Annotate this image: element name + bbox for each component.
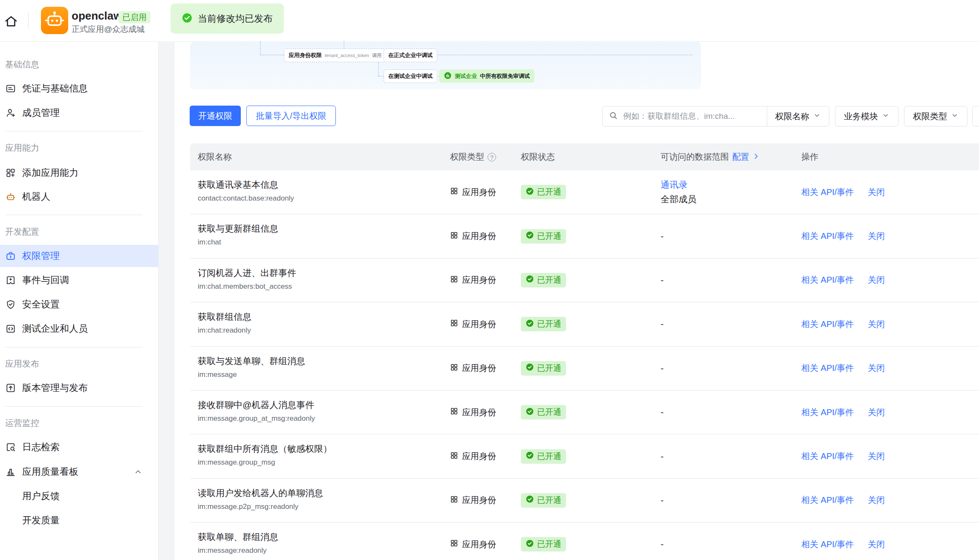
home-button[interactable] bbox=[3, 14, 20, 31]
org-circle-icon bbox=[444, 72, 452, 81]
close-permission-link[interactable]: 关闭 bbox=[868, 539, 885, 550]
status-badge: 已开通 bbox=[521, 317, 566, 331]
chevron-up-icon[interactable] bbox=[133, 466, 144, 477]
check-circle-icon bbox=[526, 187, 534, 198]
permission-code: im:message:readonly bbox=[198, 545, 267, 556]
flow-connector bbox=[344, 41, 344, 49]
permission-status-cell: 已开通 bbox=[521, 434, 566, 478]
related-api-link[interactable]: 相关 API/事件 bbox=[801, 319, 854, 330]
close-permission-link[interactable]: 关闭 bbox=[868, 451, 885, 462]
robot-icon bbox=[5, 191, 16, 202]
related-api-link[interactable]: 相关 API/事件 bbox=[801, 451, 854, 462]
grid-2x2-icon bbox=[450, 363, 458, 373]
permission-table-row: 接收群聊中@机器人消息事件 im:message.group_at_msg:re… bbox=[190, 391, 979, 434]
permission-type-cell: 应用身份 bbox=[450, 479, 496, 522]
sidebar-item-members[interactable]: 成员管理 bbox=[0, 102, 158, 124]
close-permission-link[interactable]: 关闭 bbox=[868, 187, 885, 198]
scope-text: - bbox=[661, 317, 664, 331]
scope-link[interactable]: 通讯录 bbox=[661, 178, 696, 192]
related-api-link[interactable]: 相关 API/事件 bbox=[801, 230, 854, 242]
related-api-link[interactable]: 相关 API/事件 bbox=[801, 274, 854, 286]
permission-type-cell: 应用身份 bbox=[450, 523, 496, 560]
close-permission-link[interactable]: 关闭 bbox=[868, 407, 885, 418]
close-permission-link[interactable]: 关闭 bbox=[868, 230, 885, 242]
permission-table-row: 获取与发送单聊、群组消息 im:message 应用身份 已开通 - 相关 AP… bbox=[190, 347, 979, 391]
filter-business-module[interactable]: 业务模块 bbox=[835, 106, 898, 126]
check-circle-icon bbox=[526, 231, 534, 241]
close-permission-link[interactable]: 关闭 bbox=[868, 362, 885, 374]
filter-label: 业务模块 bbox=[844, 111, 878, 122]
status-label: 已开通 bbox=[537, 407, 561, 418]
scope-cell: - bbox=[661, 347, 664, 390]
status-badge: 已开通 bbox=[521, 537, 566, 551]
permission-table-row: 获取与更新群组信息 im:chat 应用身份 已开通 - 相关 API/事件 关… bbox=[190, 214, 979, 258]
sidebar-item-log-search[interactable]: 日志检索 bbox=[0, 436, 158, 458]
filter-label: 权限名称 bbox=[775, 111, 809, 122]
status-badge: 已开通 bbox=[521, 185, 566, 199]
scope-config-link[interactable]: 配置 bbox=[732, 151, 749, 163]
filter-permission-name[interactable]: 权限名称 bbox=[767, 106, 829, 126]
related-api-link[interactable]: 相关 API/事件 bbox=[801, 362, 854, 374]
close-permission-link[interactable]: 关闭 bbox=[868, 274, 885, 286]
grid-2x2-icon bbox=[450, 451, 458, 462]
status-label: 已开通 bbox=[537, 187, 561, 198]
sidebar-item-dev-quality[interactable]: 开发质量 bbox=[0, 509, 158, 531]
sidebar-item-events[interactable]: 事件与回调 bbox=[0, 269, 158, 291]
permission-code: im:message bbox=[198, 369, 237, 380]
chevron-right-icon[interactable] bbox=[753, 152, 760, 162]
section-title-monitoring: 运营监控 bbox=[5, 417, 133, 429]
permission-table-row: 获取群组中所有消息（敏感权限） im:message.group_msg 应用身… bbox=[190, 434, 979, 478]
related-api-link[interactable]: 相关 API/事件 bbox=[801, 494, 854, 506]
chevron-down-icon bbox=[882, 112, 889, 121]
search-icon bbox=[609, 111, 618, 122]
close-permission-link[interactable]: 关闭 bbox=[868, 319, 885, 330]
related-api-link[interactable]: 相关 API/事件 bbox=[801, 187, 854, 198]
sidebar-item-quality-dashboard[interactable]: 应用质量看板 bbox=[0, 461, 158, 483]
filter-partial[interactable] bbox=[972, 106, 979, 126]
sidebar-item-label: 成员管理 bbox=[22, 106, 60, 119]
permission-type-cell: 应用身份 bbox=[450, 214, 496, 258]
search-box[interactable] bbox=[603, 111, 767, 122]
app-subtitle: 正式应用@众志成城 bbox=[72, 25, 144, 34]
sidebar-item-add-capability[interactable]: 添加应用能力 bbox=[0, 162, 158, 184]
close-permission-link[interactable]: 关闭 bbox=[868, 494, 885, 506]
chevron-down-icon bbox=[951, 112, 959, 121]
sidebar-divider bbox=[5, 406, 143, 407]
permission-type-label: 应用身份 bbox=[462, 494, 496, 506]
filter-permission-type[interactable]: 权限类型 bbox=[904, 106, 967, 126]
flow-badge-rest: 中所有权限免审调试 bbox=[480, 72, 530, 80]
permission-table-row: 订阅机器人进、出群事件 im:chat.members:bot_access 应… bbox=[190, 258, 979, 302]
permission-name: 获取与更新群组信息 bbox=[198, 222, 278, 235]
app-enabled-badge: 已启用 bbox=[118, 11, 150, 23]
sidebar-scrollbar-track[interactable] bbox=[158, 41, 174, 560]
open-permission-button[interactable]: 开通权限 bbox=[190, 106, 241, 126]
sidebar-item-bot[interactable]: 机器人 bbox=[0, 186, 158, 208]
permission-status-cell: 已开通 bbox=[521, 258, 566, 302]
table-header-row: 权限名称 权限类型 ? 权限状态 可访问的数据范围 配置 操作 bbox=[190, 144, 979, 170]
scope-cell: - bbox=[661, 523, 664, 560]
sidebar-item-security[interactable]: 安全设置 bbox=[0, 293, 158, 316]
grid-2x2-icon bbox=[450, 495, 458, 505]
sidebar-item-test-org[interactable]: 测试企业和人员 bbox=[0, 318, 158, 340]
sidebar-item-permissions[interactable]: 权限管理 bbox=[0, 245, 158, 267]
sidebar-item-label: 应用质量看板 bbox=[22, 465, 78, 478]
status-label: 已开通 bbox=[537, 319, 561, 330]
app-console-screen: openclaw 已启用 正式应用@众志成城 当前修改均已发布 基础信息 凭证与… bbox=[0, 0, 979, 560]
search-input[interactable] bbox=[622, 111, 752, 121]
scope-text: - bbox=[661, 229, 664, 244]
sidebar-item-credentials[interactable]: 凭证与基础信息 bbox=[0, 78, 158, 100]
id-card-icon bbox=[5, 83, 16, 94]
sidebar-item-user-feedback[interactable]: 用户反馈 bbox=[0, 485, 158, 507]
scope-text: - bbox=[661, 273, 664, 287]
related-api-link[interactable]: 相关 API/事件 bbox=[801, 539, 854, 550]
related-api-link[interactable]: 相关 API/事件 bbox=[801, 407, 854, 418]
permission-type-label: 应用身份 bbox=[462, 274, 496, 286]
column-header-type: 权限类型 ? bbox=[450, 144, 496, 170]
section-title-release: 应用发布 bbox=[5, 358, 133, 370]
permission-type-cell: 应用身份 bbox=[450, 170, 496, 214]
permission-type-cell: 应用身份 bbox=[450, 434, 496, 478]
sidebar-item-version-release[interactable]: 版本管理与发布 bbox=[0, 377, 158, 399]
help-icon[interactable]: ? bbox=[488, 153, 496, 161]
batch-import-export-button[interactable]: 批量导入/导出权限 bbox=[246, 106, 336, 126]
sidebar-divider bbox=[5, 347, 143, 347]
